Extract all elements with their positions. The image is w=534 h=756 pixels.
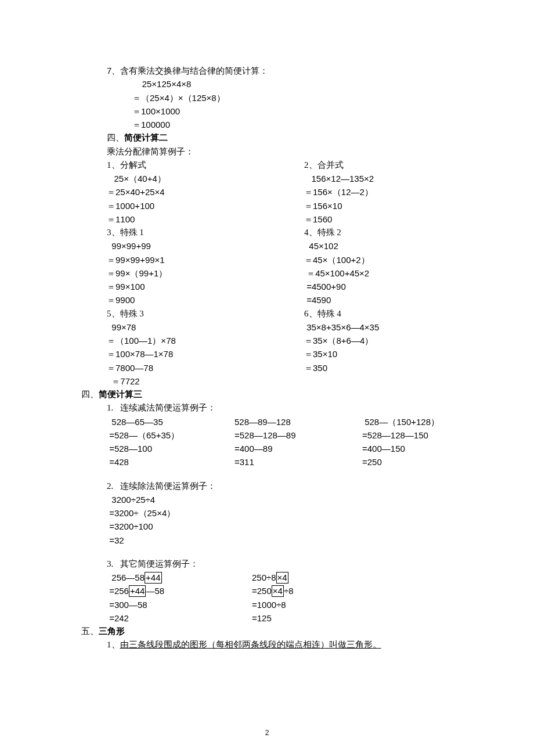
block-1-left-h: 1、分解式 [107,159,304,172]
section-4b-bold: 简便计算三 [99,390,142,399]
b1-l2l: ＝25×40+25×4 [107,185,304,199]
s1r2c2: =528―128―89 [234,429,362,442]
section-5-item-1: 1、由三条线段围成的图形（每相邻两条线段的端点相连）叫做三角形。 [107,638,476,651]
b2-l5l: ＝9900 [107,293,304,307]
sub3: 3. 其它简便运算例子： 256―58+44 250÷8×4 =256+44―5… [107,557,476,625]
section-4a-heading: 四、简便计算二 [107,131,476,145]
s1r4c1: =428 [107,455,234,469]
item-7-l2: ＝（25×4）×（125×8） [132,91,476,105]
sub3-a2pre: =256 [107,586,129,596]
sub2-heading: 2. 连续除法简便运算例子： [107,480,476,493]
sub3-a3: =300―58 [107,598,252,611]
block-2-left-h: 3、特殊 1 [107,226,304,239]
sub3-a2box: +44 [129,585,146,597]
s1r2c1: =528―（65+35） [107,429,234,442]
sub2-l4: =32 [107,534,476,547]
section-4b-heading: 四、简便计算三 [81,388,476,401]
b3-l2l: ＝（100―1）×78 [107,334,304,347]
s1r1c1: 528―65―35 [107,415,234,429]
sub3-b2: =250×4÷8 [252,584,476,597]
b1-l3r: ＝156×10 [304,199,476,213]
b3-l5l: ＝7722 [107,375,304,388]
sub2-l2: =3200÷（25×4） [107,506,476,520]
block-1-right-h: 2、合并式 [304,159,476,172]
s1r3c3: =400―150 [362,442,476,455]
b2-l2r: ＝45×（100+2） [304,253,476,267]
b2-l2l: ＝99×99+99×1 [107,253,304,267]
block-1: 1、分解式 2、合并式 25×（40+4） 156×12―135×2 ＝25×4… [107,159,476,226]
b2-l1r: 45×102 [304,239,476,253]
block-3-left-h: 5、特殊 3 [107,307,304,321]
s1r3c1: =528―100 [107,442,234,455]
sub3-a1pre: 256―58 [107,573,145,582]
b3-l3r: ＝35×10 [304,347,476,361]
sub3-b2post: ÷8 [284,586,294,596]
b3-l4l: ＝7800―78 [107,361,304,375]
sub2-l3: =3200÷100 [107,520,476,533]
sub3-a2: =256+44―58 [107,584,252,597]
sub3-b3: =1000÷8 [252,598,476,611]
section-4a-sub: 乘法分配律简算例子： [107,145,476,159]
s1r1c3: 528―（150+128） [362,415,476,429]
item-7-l1: 25×125×4×8 [132,77,476,91]
b3-l4r: ＝350 [304,361,476,375]
sub3-b2box: ×4 [272,585,284,597]
b1-l2r: ＝156×（12―2） [304,185,476,199]
sub3-b2pre: =250 [252,586,272,596]
section-5-bold: 三角形 [99,627,125,636]
block-2-right-h: 4、特殊 2 [304,226,476,239]
section-5-heading: 五、三角形 [81,625,476,638]
b3-l1r: 35×8+35×6―4×35 [304,321,476,334]
sub3-b1: 250÷8×4 [252,571,476,584]
sub1: 1. 连续减法简便运算例子： 528―65―35 528―89―128 528―… [107,401,476,469]
sub1-heading: 1. 连续减法简便运算例子： [107,401,476,415]
s1r4c2: =311 [234,455,362,469]
b3-l3l: ＝100×78―1×78 [107,347,304,361]
sub3-b4: =125 [252,611,476,625]
b3-l1l: 99×78 [107,321,304,334]
section-4a-bold: 简便计算二 [124,133,168,142]
section-4a-pre: 四、 [107,133,124,142]
s1r1c2: 528―89―128 [234,415,362,429]
sub3-b1pre: 250÷8 [252,573,276,582]
b3-l2r: ＝35×（8+6―4） [304,334,476,347]
sub3-b1box: ×4 [276,572,288,584]
b2-l5r: =4590 [304,293,476,307]
item-7-l4: ＝100000 [132,118,476,131]
sub2: 2. 连续除法简便运算例子： 3200÷25÷4 =3200÷（25×4） =3… [107,480,476,547]
s1r4c3: =250 [362,455,476,469]
section-5-pre: 五、 [81,627,99,636]
s1r2c3: =528―128―150 [362,429,476,442]
item-7-body: 25×125×4×8 ＝（25×4）×（125×8） ＝100×1000 ＝10… [132,77,476,131]
b1-l1r: 156×12―135×2 [304,172,476,185]
item-7: 7、含有乘法交换律与结合律的简便计算： 25×125×4×8 ＝（25×4）×（… [107,64,476,131]
sub3-a4: =242 [107,611,252,625]
sub2-l1: 3200÷25÷4 [107,493,476,506]
b1-l1l: 25×（40+4） [107,172,304,185]
b1-l4l: ＝1100 [107,213,304,226]
b1-l4r: ＝1560 [304,213,476,226]
item-7-l3: ＝100×1000 [132,105,476,118]
s1r3c2: =400―89 [234,442,362,455]
b2-l4r: =4500+90 [304,280,476,293]
b2-l3l: ＝99×（99+1） [107,267,304,280]
b2-l3r: ＝45×100+45×2 [304,267,476,280]
b2-l1l: 99×99+99 [107,239,304,253]
section-5-item-1-pre: 1、 [107,640,120,649]
sub3-a2post: ―58 [146,586,164,596]
block-3: 5、特殊 3 6、特殊 4 99×78 35×8+35×6―4×35 ＝（100… [107,307,476,388]
page: 7、含有乘法交换律与结合律的简便计算： 25×125×4×8 ＝（25×4）×（… [0,0,534,756]
b2-l4l: ＝99×100 [107,280,304,293]
section-4b-pre: 四、 [81,390,99,399]
sub3-a1box: +44 [145,572,161,584]
item-7-heading: 7、含有乘法交换律与结合律的简便计算： [107,64,476,77]
block-2: 3、特殊 1 4、特殊 2 99×99+99 45×102 ＝99×99+99×… [107,226,476,307]
page-number: 2 [0,728,534,739]
sub3-a1: 256―58+44 [107,571,252,584]
block-3-right-h: 6、特殊 4 [304,307,476,321]
b1-l3l: ＝1000+100 [107,199,304,213]
section-5-item-1-ul: 由三条线段围成的图形（每相邻两条线段的端点相连）叫做三角形。 [120,640,381,649]
sub3-heading: 3. 其它简便运算例子： [107,557,476,571]
